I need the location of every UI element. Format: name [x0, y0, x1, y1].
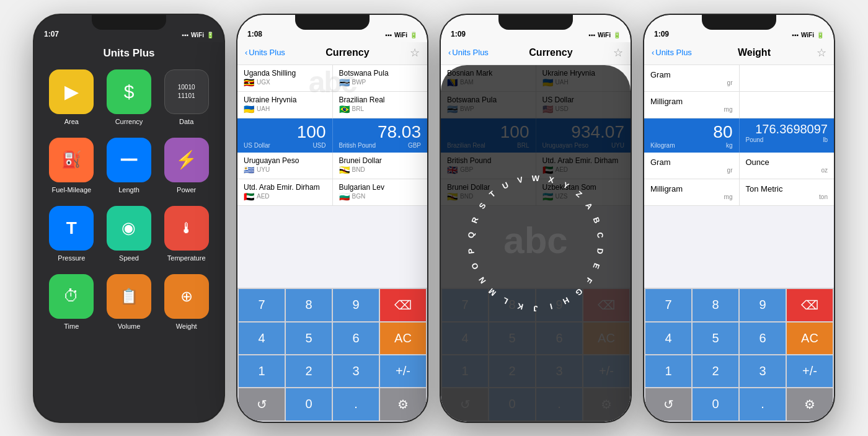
key-0[interactable]: 0 [286, 388, 332, 420]
key-settings[interactable]: ⚙ [380, 388, 426, 420]
key-refresh[interactable]: ↺ [645, 388, 691, 420]
grid-item-length[interactable]: ━━ Length [107, 138, 152, 194]
key-8[interactable]: 8 [693, 289, 738, 321]
grid-item-speed[interactable]: ◉ Speed [107, 206, 152, 262]
key-7[interactable]: 7 [645, 289, 691, 321]
weight-icon: ⊕ [164, 274, 209, 319]
status-icons: ▪▪▪ WiFi 🔋 [588, 32, 621, 38]
grid-item-weight[interactable]: ⊕ Weight [164, 274, 209, 330]
alpha-letter-E[interactable]: E [591, 262, 602, 270]
key-1[interactable]: 1 [239, 355, 285, 387]
signal-icon: ▪▪▪ [182, 32, 188, 38]
weight-row-milligram-top[interactable]: Milligram mg [644, 92, 834, 118]
back-button[interactable]: ‹ Units Plus [245, 48, 285, 57]
wifi-icon: WiFi [394, 32, 407, 38]
alpha-letter-J[interactable]: J [533, 304, 538, 313]
alpha-letter-F[interactable]: F [584, 275, 595, 285]
time: 1:08 [247, 30, 262, 38]
currency-row-4[interactable]: Utd. Arab Emir. Dirham 🇦🇪 AED Bulgarian … [237, 179, 427, 206]
favorite-icon[interactable]: ☆ [817, 46, 826, 60]
key-6[interactable]: 6 [333, 323, 379, 354]
alpha-letter-M[interactable]: M [487, 286, 498, 297]
phone-weight: 1:09 ▪▪▪ WiFi 🔋 ‹ Units Plus Weight ☆ [643, 14, 835, 423]
back-button[interactable]: ‹ Units Plus [448, 48, 489, 57]
grid-item-data[interactable]: 1001011101 Data [164, 69, 209, 125]
alpha-letter-R[interactable]: R [469, 216, 480, 225]
alpha-letter-C[interactable]: C [595, 232, 605, 239]
grid-item-temperature[interactable]: 🌡 Temperature [164, 206, 209, 262]
key-3[interactable]: 3 [333, 355, 379, 387]
key-refresh[interactable]: ↺ [239, 388, 285, 420]
key-backspace[interactable]: ⌫ [380, 289, 426, 321]
key-6[interactable]: 6 [740, 323, 786, 354]
currency-row-1[interactable]: Uganda Shilling 🇺🇬 UGX Botswana Pula 🇧🇼 … [237, 65, 427, 92]
back-button[interactable]: ‹ Units Plus [652, 48, 692, 57]
key-5[interactable]: 5 [693, 323, 738, 354]
key-ac[interactable]: AC [787, 323, 833, 354]
key-5[interactable]: 5 [286, 323, 332, 354]
weight-row-gram[interactable]: Gram gr [644, 65, 834, 92]
key-backspace[interactable]: ⌫ [787, 289, 833, 321]
alpha-letter-A[interactable]: A [584, 201, 595, 211]
grid-item-power[interactable]: ⚡ Power [164, 138, 209, 194]
grid-item-area[interactable]: ▶ Area [49, 69, 94, 125]
key-2[interactable]: 2 [693, 355, 738, 387]
alpha-letter-O[interactable]: O [469, 262, 480, 271]
currency-row-2[interactable]: Ukraine Hryvnia 🇺🇦 UAH Brazilian Real 🇧🇷… [237, 92, 427, 118]
key-2[interactable]: 2 [286, 355, 332, 387]
key-4[interactable]: 4 [645, 323, 691, 354]
key-0[interactable]: 0 [693, 388, 738, 420]
alpha-letter-L[interactable]: L [501, 295, 510, 306]
key-7[interactable]: 7 [239, 289, 285, 321]
key-plusminus[interactable]: +/- [380, 355, 426, 387]
key-4[interactable]: 4 [239, 323, 285, 354]
signal-icon: ▪▪▪ [385, 32, 392, 38]
alpha-letter-H[interactable]: H [561, 295, 570, 306]
favorite-icon[interactable]: ☆ [410, 46, 420, 60]
alpha-letter-S[interactable]: S [477, 202, 487, 211]
alpha-letter-U[interactable]: U [501, 180, 510, 191]
alpha-letter-X[interactable]: X [547, 175, 555, 185]
favorite-icon[interactable]: ☆ [613, 46, 623, 60]
active-value-right: 176.3698097 [746, 122, 828, 136]
currency-cell-brl: Brazilian Real 🇧🇷 BRL [333, 92, 428, 118]
alpha-letter-I[interactable]: I [549, 301, 554, 311]
currency-row-3[interactable]: Uruguayan Peso 🇺🇾 UYU Brunei Dollar 🇧🇳 B… [237, 153, 427, 179]
alpha-letter-Z[interactable]: Z [574, 189, 584, 200]
key-8[interactable]: 8 [286, 289, 332, 321]
grid-item-currency[interactable]: $ Currency [107, 69, 152, 125]
weight-row-gram-ounce[interactable]: Gram gr Ounce oz [644, 153, 834, 179]
alpha-letter-G[interactable]: G [574, 287, 585, 298]
key-9[interactable]: 9 [333, 289, 379, 321]
weight-row-mg-ton[interactable]: Milligram mg Ton Metric ton [644, 179, 834, 206]
alpha-letter-P[interactable]: P [466, 247, 476, 254]
phone-currency-2: 1:09 ▪▪▪ WiFi 🔋 ‹ Units Plus Currency ☆ [440, 14, 632, 423]
alpha-letter-Q[interactable]: Q [466, 231, 476, 239]
active-weight-row[interactable]: 80 Kilogram kg 176.3698097 Pound [644, 118, 834, 153]
key-dot[interactable]: . [333, 388, 379, 420]
key-settings[interactable]: ⚙ [787, 388, 833, 420]
alpha-letter-D[interactable]: D [595, 247, 605, 254]
grid-item-fuel[interactable]: ⛽ Fuel-Mileage [49, 138, 94, 194]
alpha-letter-K[interactable]: K [516, 301, 525, 312]
grid-item-pressure[interactable]: T Pressure [49, 206, 94, 262]
alpha-letter-W[interactable]: W [532, 174, 539, 183]
key-1[interactable]: 1 [645, 355, 691, 387]
nav-bar: ‹ Units Plus Weight ☆ [644, 42, 834, 65]
grid-item-time[interactable]: ⏱ Time [49, 274, 94, 330]
alphabet-overlay[interactable]: abc WXYZABCDEFGHIJKLMNOPQRSTUV [441, 65, 631, 422]
alpha-letter-T[interactable]: T [487, 189, 497, 200]
alpha-letter-N[interactable]: N [477, 275, 488, 285]
key-dot[interactable]: . [740, 388, 786, 420]
grid-item-volume[interactable]: 📋 Volume [107, 274, 152, 330]
key-plusminus[interactable]: +/- [787, 355, 833, 387]
key-ac[interactable]: AC [380, 323, 426, 354]
alpha-letter-B[interactable]: B [591, 216, 601, 225]
key-9[interactable]: 9 [740, 289, 786, 321]
key-3[interactable]: 3 [740, 355, 786, 387]
active-currency-row[interactable]: 100 US Dollar USD 78.03 British Pound [237, 118, 427, 153]
area-icon: ▶ [49, 69, 94, 114]
alpha-letter-Y[interactable]: Y [561, 180, 570, 190]
alpha-letter-V[interactable]: V [516, 175, 524, 185]
volume-icon: 📋 [107, 274, 151, 319]
